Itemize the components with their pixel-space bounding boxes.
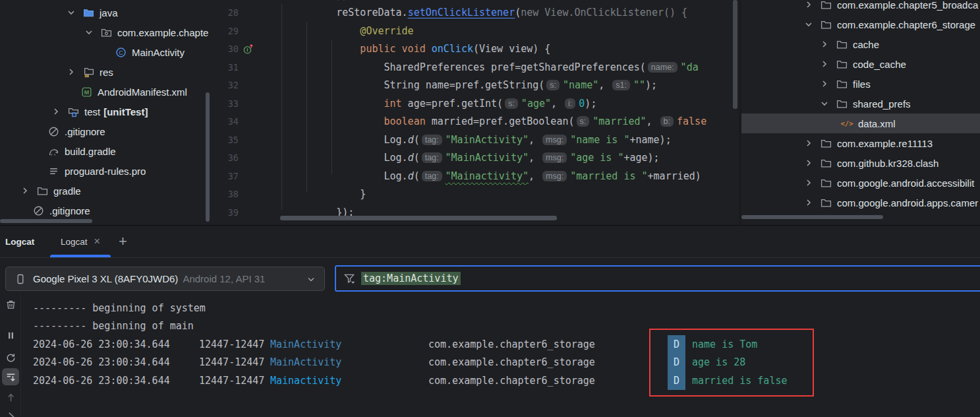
tree-item-label: com.example.chapte bbox=[117, 27, 208, 38]
chevron-right-icon[interactable] bbox=[815, 54, 835, 74]
project-tree-vertical-scrollbar[interactable] bbox=[206, 92, 210, 222]
tree-item[interactable]: com.google.android.apps.camer bbox=[741, 193, 980, 212]
tree-item[interactable]: build.gradle bbox=[0, 141, 211, 161]
tab-logcat[interactable]: Logcat × bbox=[50, 226, 111, 257]
tree-item[interactable]: com.example.chapter5_broadca bbox=[741, 0, 980, 15]
code-text: public void onClick(View view) { bbox=[257, 43, 550, 55]
tree-item[interactable]: files bbox=[741, 74, 980, 94]
chevron-right-icon[interactable] bbox=[62, 62, 82, 82]
new-tab-button[interactable]: + bbox=[119, 234, 127, 249]
device-selector-dropdown[interactable]: Google Pixel 3 XL (8AFY0JWD6) Android 12… bbox=[5, 267, 325, 291]
chevron-down-icon[interactable] bbox=[799, 15, 819, 34]
tree-item[interactable]: cache bbox=[741, 34, 980, 54]
chevron-right-icon[interactable] bbox=[799, 133, 819, 153]
line-number[interactable]: 39 bbox=[211, 207, 239, 218]
line-number[interactable]: 31 bbox=[211, 62, 239, 73]
folder-icon bbox=[36, 185, 49, 197]
chevron-down-icon[interactable] bbox=[815, 94, 835, 113]
code-line[interactable]: 38 } bbox=[211, 185, 739, 204]
line-number[interactable]: 34 bbox=[211, 116, 239, 127]
android-studio-window: javacom.example.chapteCMainActivityresMA… bbox=[0, 0, 980, 417]
code-line[interactable]: 36 Log.d(tag:"MainActivity", msg:"age is… bbox=[211, 149, 739, 168]
tree-item[interactable]: test[unitTest] bbox=[0, 102, 211, 121]
line-number[interactable]: 35 bbox=[211, 135, 239, 145]
overridden-method-gutter-icon[interactable] bbox=[239, 44, 257, 55]
line-number[interactable]: 32 bbox=[211, 80, 239, 90]
folder-icon bbox=[819, 0, 832, 11]
code-line[interactable]: 31 SharedPreferences pref=getSharedPrefe… bbox=[211, 58, 739, 77]
log-entry-row[interactable]: 2024-06-26 23:00:34.64412447-12447MainAc… bbox=[33, 354, 980, 372]
tree-item[interactable]: proguard-rules.pro bbox=[0, 161, 211, 181]
log-entry-row[interactable]: 2024-06-26 23:00:34.64412447-12447Mainac… bbox=[33, 371, 980, 390]
restart-logcat-button[interactable] bbox=[2, 349, 19, 366]
code-text: Log.d(tag:"MainActivity", msg:"name is "… bbox=[257, 134, 672, 146]
line-number[interactable]: 37 bbox=[211, 171, 239, 181]
tree-item[interactable]: com.github.kr328.clash bbox=[741, 153, 980, 173]
code-line[interactable]: 32 String name=pref.getString(s:"name", … bbox=[211, 77, 739, 95]
chevron-right-icon[interactable] bbox=[815, 74, 835, 94]
chevron-right-icon[interactable] bbox=[799, 153, 819, 173]
manifest-icon: M bbox=[80, 86, 93, 98]
logcat-filter-input[interactable]: tag:MainActivity bbox=[335, 265, 980, 292]
chevron-right-icon[interactable] bbox=[47, 102, 67, 121]
chevron-right-icon[interactable] bbox=[799, 0, 819, 15]
log-lines: --------- beginning of system--------- b… bbox=[33, 299, 980, 390]
chevron-right-icon[interactable] bbox=[815, 34, 835, 54]
chevron-down-icon[interactable] bbox=[62, 3, 82, 22]
tree-item[interactable]: res bbox=[0, 62, 211, 82]
tree-item[interactable]: gradle bbox=[0, 181, 211, 201]
parameter-hint-chip: msg: bbox=[542, 152, 567, 163]
tree-item[interactable]: shared_prefs bbox=[741, 94, 980, 113]
folder-icon bbox=[835, 98, 848, 110]
line-number[interactable]: 29 bbox=[211, 26, 239, 36]
tree-item[interactable]: com.example.re11113 bbox=[741, 133, 980, 153]
device-name: Google Pixel 3 XL (8AFY0JWD6) bbox=[33, 273, 178, 284]
logcat-side-toolbar bbox=[0, 294, 21, 417]
filter-icon bbox=[343, 273, 356, 284]
project-tree: javacom.example.chapteCMainActivityresMA… bbox=[0, 3, 211, 220]
folder-icon bbox=[819, 177, 832, 189]
line-number[interactable]: 30 bbox=[211, 44, 239, 54]
project-tree-horizontal-scrollbar[interactable] bbox=[0, 219, 92, 223]
line-number[interactable]: 28 bbox=[211, 7, 239, 18]
tree-item[interactable]: </>data.xml bbox=[741, 113, 980, 133]
code-line[interactable]: 35 Log.d(tag:"MainActivity", msg:"name i… bbox=[211, 131, 739, 149]
line-number[interactable]: 36 bbox=[211, 152, 239, 163]
expand-chevron-button[interactable] bbox=[2, 408, 19, 417]
tree-item[interactable]: com.google.android.accessibilit bbox=[741, 173, 980, 193]
scroll-to-end-button[interactable] bbox=[2, 368, 19, 385]
code-line[interactable]: 37 Log.d(tag:"Mainactivity", msg:"marrie… bbox=[211, 167, 739, 185]
line-number[interactable]: 33 bbox=[211, 98, 239, 109]
tree-item[interactable]: com.example.chapter6_storage bbox=[741, 15, 980, 34]
tree-item[interactable]: .gitignore bbox=[0, 201, 211, 220]
tree-item[interactable]: MAndroidManifest.xml bbox=[0, 82, 211, 102]
tree-item[interactable]: code_cache bbox=[741, 54, 980, 74]
chevron-right-icon[interactable] bbox=[16, 181, 36, 201]
code-line[interactable]: 29 @Override bbox=[211, 22, 739, 40]
chevron-down-icon[interactable] bbox=[80, 22, 100, 42]
folder-test-icon bbox=[67, 106, 80, 117]
tree-item[interactable]: java bbox=[0, 3, 211, 22]
code-line[interactable]: 33 int age=pref.getInt(s:"age", i:0); bbox=[211, 94, 739, 113]
tree-item-label: .gitignore bbox=[49, 205, 90, 216]
chevron-right-icon[interactable] bbox=[799, 173, 819, 193]
tree-item[interactable]: .gitignore bbox=[0, 121, 211, 141]
code-line[interactable]: 30 public void onClick(View view) { bbox=[211, 40, 739, 59]
clear-logcat-button[interactable] bbox=[2, 296, 19, 313]
logcat-toolbar: Google Pixel 3 XL (8AFY0JWD6) Android 12… bbox=[0, 258, 980, 294]
editor-vertical-scrollbar[interactable] bbox=[733, 0, 737, 109]
code-line[interactable]: 28 reStoreData.setOnClickListener(new Vi… bbox=[211, 4, 739, 22]
line-number[interactable]: 38 bbox=[211, 189, 239, 199]
chevron-right-icon[interactable] bbox=[799, 193, 819, 212]
log-package: com.example.chapter6_storage bbox=[428, 338, 668, 350]
code-editor[interactable]: }});28 reStoreData.setOnClickListener(ne… bbox=[211, 0, 739, 225]
previous-occurrence-button[interactable] bbox=[2, 389, 19, 406]
pause-logcat-button[interactable] bbox=[2, 327, 19, 344]
device-explorer-horizontal-scrollbar[interactable] bbox=[741, 215, 883, 219]
editor-horizontal-scrollbar[interactable] bbox=[280, 216, 557, 220]
log-entry-row[interactable]: 2024-06-26 23:00:34.64412447-12447MainAc… bbox=[33, 335, 980, 354]
code-line[interactable]: 34 boolean married=pref.getBoolean(s:"ma… bbox=[211, 113, 739, 131]
close-tab-icon[interactable]: × bbox=[94, 236, 100, 247]
tree-item[interactable]: CMainActivity bbox=[0, 42, 211, 62]
tree-item[interactable]: com.example.chapte bbox=[0, 22, 211, 42]
